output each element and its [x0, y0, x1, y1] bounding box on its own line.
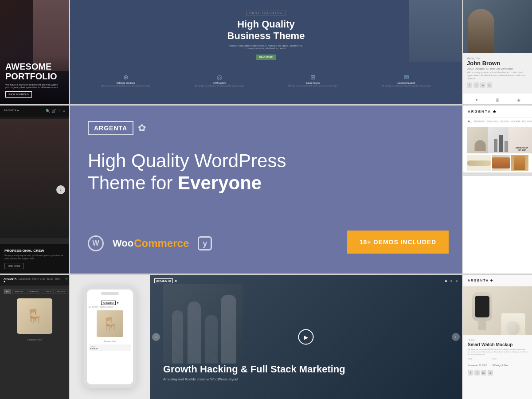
support-icon: ✉	[360, 74, 453, 81]
filter-mockup[interactable]: MOCKUP	[511, 120, 520, 123]
shop-nav[interactable]: SHOP	[55, 278, 61, 283]
business-title: High QualityBusiness Theme	[79, 19, 453, 42]
portfolio-item-pouch	[511, 155, 528, 171]
argenta-wordmark: ARGENTA	[88, 121, 133, 135]
filter-branding[interactable]: BRANDING	[487, 120, 498, 123]
yoast-icon: y	[198, 236, 212, 250]
twitter-icon[interactable]: t	[473, 82, 479, 88]
business-theme-cell: BEST SOLUTION High QualityBusiness Theme…	[69, 0, 463, 104]
cart-sm-icon[interactable]: 🛒	[65, 278, 68, 283]
portfolio-item-barbershop: BARBERSHOPEST. 1987	[509, 127, 532, 153]
play-button[interactable]: ▶	[298, 329, 314, 345]
crew-title: PROFESSIONAL CREW	[4, 249, 64, 253]
blog-nav[interactable]: BLOG	[47, 278, 53, 283]
plugin-icons: W Woo Commerce y	[88, 235, 212, 251]
hero-title-part2: Theme for Everyone	[88, 172, 262, 193]
biz-label-3: Instant Access	[266, 82, 360, 84]
heart-icon[interactable]: ♡	[58, 109, 61, 113]
prev-arrow[interactable]: ‹	[152, 333, 160, 341]
portfolio-button[interactable]: SHOW PORTFOLIO	[5, 91, 32, 98]
facebook-icon[interactable]: f	[467, 82, 472, 88]
tab-all[interactable]: ALL	[4, 289, 11, 294]
argenta-nav-sm: ARGENTA ♣	[4, 278, 16, 283]
biz-icon-4: ✉ Extended Support We want you to unders…	[360, 74, 453, 87]
watch-photo	[463, 286, 532, 335]
meta-date: DATE November 26, 2016	[468, 358, 487, 368]
crew-description: Neque porro quisquam est, qui dolorem ip…	[4, 254, 64, 260]
demos-button[interactable]: 18+ DEMOS INCLUDED	[347, 231, 449, 254]
business-subtitle: Aenean vulputate eleifend tellus. Aenean…	[79, 44, 453, 50]
meta-role: ROLE UI Design & Dev	[492, 358, 508, 368]
next-arrow[interactable]: ›	[56, 185, 65, 194]
biz-icon-3: ⊞ Instant Access We want you to understa…	[266, 74, 360, 87]
woo-commerce-suffix: Commerce	[134, 238, 189, 249]
person-name: John Brown	[467, 60, 528, 66]
filter-all[interactable]: ALL	[468, 120, 472, 123]
skill-web: ◈ Web Development Lorem ipsum	[509, 96, 528, 104]
biz-icon-1: ⊕ Software Solutions We want you to unde…	[79, 74, 172, 87]
item-description: Our items are up to date with the latest…	[468, 348, 528, 356]
phone-mockup: ARGENTA ♣ ALL ARTWORK BRANDING MOCKUP 🪑	[70, 275, 150, 399]
share-pinterest[interactable]: p	[488, 370, 493, 376]
filter-design[interactable]: DESIGN	[501, 120, 509, 123]
portfolio-grid-row1: BARBERSHOPEST. 1987	[463, 125, 532, 155]
woo-text: Woo	[113, 238, 133, 249]
linkedin-icon[interactable]: in	[480, 82, 485, 88]
marketing-title: Growth Hacking & Full Stack Marketing	[163, 364, 449, 375]
item-title-bot: Designer Chair	[4, 338, 65, 341]
hero-cell: ARGENTA ✿ High Quality WordPress Theme f…	[69, 104, 463, 275]
tab-design[interactable]: DESIGN	[43, 289, 54, 294]
john-brown-cell: Hello, I'm John Brown UI/UX Designer & F…	[463, 0, 532, 104]
software-icon: ⊕	[79, 74, 172, 81]
portfolio-cell: AWESOME PORTFOLIO We have a number of di…	[0, 0, 69, 104]
portfolio-subtitle: We have a number of different themes wit…	[5, 83, 63, 89]
phone-frame: ARGENTA ♣ ALL ARTWORK BRANDING MOCKUP 🪑	[83, 286, 137, 388]
share-facebook[interactable]: f	[468, 370, 473, 376]
cart-icon[interactable]: 🛒	[52, 109, 56, 113]
phone-item-name: Designer Chair	[89, 339, 131, 343]
read-more-button[interactable]: READ MORE	[256, 55, 276, 60]
chair-display: 🪑	[17, 298, 52, 334]
skill-ux: ⊞ UI/UX Wireframes Lorem ipsum	[488, 96, 507, 104]
wordpress-icon: W	[88, 235, 104, 251]
next-arrow-marketing[interactable]: ›	[452, 333, 460, 341]
barbershop-label: BARBERSHOPEST. 1987	[509, 147, 532, 151]
item-meta: DATE November 26, 2016 ROLE UI Design & …	[468, 358, 528, 368]
bot-argenta-leaf: ♣	[490, 278, 493, 282]
portfolio-grid-row2	[463, 155, 532, 172]
phone-chair-image: 🪑	[97, 310, 123, 337]
role-value: UI Design & Dev	[492, 364, 508, 367]
portfolio-item-tube	[467, 155, 491, 171]
find-more-button[interactable]: FIND MORE	[4, 263, 24, 269]
ux-wireframe-icon: ⊞	[489, 98, 506, 102]
share-twitter[interactable]: t	[474, 370, 480, 376]
search-icon[interactable]: 🔍	[46, 109, 50, 113]
argenta-logo: ARGENTA ✿	[88, 121, 146, 135]
filter-artwork[interactable]: ARTWORK	[474, 120, 485, 123]
share-google[interactable]: g+	[481, 370, 486, 376]
header-icons: 🛒	[65, 278, 68, 283]
person-title: UI/UX Designer & Front-End Developer	[467, 67, 528, 70]
filter-tabs: ALL ARTWORK BRANDING DESIGN MOCKUP	[4, 289, 65, 294]
marketing-nav-dots	[445, 280, 458, 282]
argenta-logo-tablet: ARGENTA ♣	[468, 109, 496, 114]
access-icon: ⊞	[266, 74, 360, 81]
tab-mockup[interactable]: MOCKUP	[55, 289, 67, 294]
tab-branding[interactable]: BRANDING	[27, 289, 41, 294]
social-links: f t in ig	[467, 82, 528, 88]
crm-icon: ◎	[172, 74, 266, 81]
hero-headline: High Quality WordPress Theme for Everyon…	[88, 150, 351, 195]
hero-title-part1: High Quality WordPress	[88, 150, 286, 171]
role-label: ROLE	[492, 358, 508, 360]
item-name: Smart Watch Mockup	[468, 342, 528, 347]
maple-leaf-icon: ✿	[138, 122, 146, 134]
biz-label-2: CRM System	[172, 82, 266, 84]
marketing-leaf-icon: ♣	[175, 279, 177, 283]
main-grid: AWESOME PORTFOLIO We have a number of di…	[0, 0, 532, 399]
filter-package[interactable]: PACKAGE	[522, 120, 532, 123]
elements-nav[interactable]: ELEMENTS	[19, 278, 31, 283]
tab-artwork[interactable]: ARTWORK	[12, 289, 26, 294]
portfolio-nav[interactable]: PORTFOLIO	[32, 278, 45, 283]
instagram-icon[interactable]: ig	[487, 82, 492, 88]
menu-icon[interactable]: ≡	[63, 109, 65, 113]
